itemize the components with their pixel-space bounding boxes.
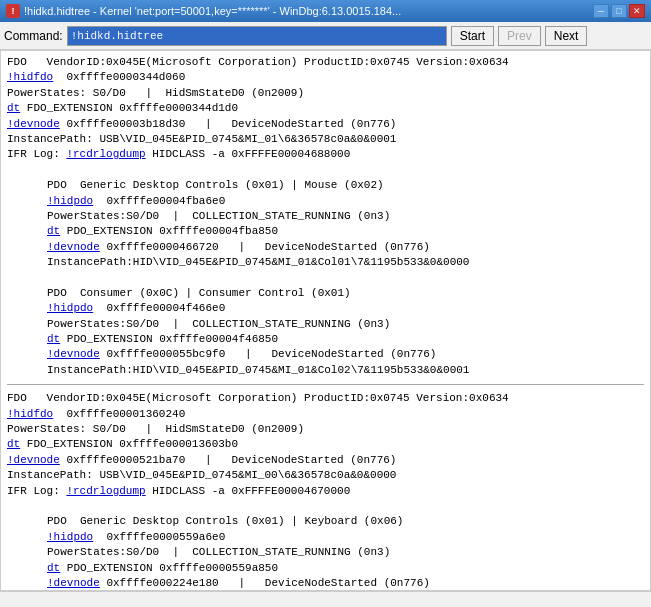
hidfdo-line-2: !hidfdo 0xffffe00001360240 [7, 407, 644, 422]
hidfdo-line-1: !hidfdo 0xffffe0000344d060 [7, 70, 644, 85]
dt-fdo-line-2: dt FDO_EXTENSION 0xffffe000013603b0 [7, 437, 644, 452]
fdo-line-1: FDO VendorID:0x045E(Microsoft Corporatio… [7, 55, 644, 70]
window-title: !hidkd.hidtree - Kernel 'net:port=50001,… [24, 5, 401, 17]
pdo-desc-3: PDO Generic Desktop Controls (0x01) | Ke… [47, 514, 644, 529]
dt-fdo-addr-2: FDO_EXTENSION 0xffffe000013603b0 [20, 438, 238, 450]
instancepath-line-1: InstancePath: USB\VID_045E&PID_0745&MI_0… [7, 132, 644, 147]
hidpdo-line-1: !hidpdo 0xffffe00004fba6e0 [47, 194, 644, 209]
status-bar [0, 591, 651, 607]
pdo-powerstates-1: PowerStates:S0/D0 | COLLECTION_STATE_RUN… [47, 209, 644, 224]
powerstates-line-1: PowerStates: S0/D0 | HidSmStateD0 (0n200… [7, 86, 644, 101]
pdo-desc-2: PDO Consumer (0x0C) | Consumer Control (… [47, 286, 644, 301]
devnode-link-2[interactable]: !devnode [7, 454, 60, 466]
rcdrlogdump-link-2[interactable]: !rcdrlogdump [66, 485, 145, 497]
dt-pdo-link-1[interactable]: dt [47, 225, 60, 237]
hidpdo-addr-1: 0xffffe00004fba6e0 [93, 195, 225, 207]
pdo-powerstates-2: PowerStates:S0/D0 | COLLECTION_STATE_RUN… [47, 317, 644, 332]
hidpdo-line-2: !hidpdo 0xffffe00004f466e0 [47, 301, 644, 316]
devnode-line-2: !devnode 0xffffe0000521ba70 | DeviceNode… [7, 453, 644, 468]
hidpdo-line-3: !hidpdo 0xffffe0000559a6e0 [47, 530, 644, 545]
pdo-devnode-line-2: !devnode 0xffffe000055bc9f0 | DeviceNode… [47, 347, 644, 362]
pdo-devnode-addr-3: 0xffffe000224e180 | DeviceNodeStarted (0… [100, 577, 430, 589]
powerstates-line-2: PowerStates: S0/D0 | HidSmStateD0 (0n200… [7, 422, 644, 437]
pdo-devnode-line-1: !devnode 0xffffe0000466720 | DeviceNodeS… [47, 240, 644, 255]
hidfdo-addr-1: 0xffffe0000344d060 [53, 71, 185, 83]
devnode-addr-2: 0xffffe0000521ba70 | DeviceNodeStarted (… [60, 454, 397, 466]
dt-pdo-line-1: dt PDO_EXTENSION 0xffffe00004fba850 [47, 224, 644, 239]
next-button[interactable]: Next [545, 26, 588, 46]
instancepath-line-2: InstancePath: USB\VID_045E&PID_0745&MI_0… [7, 468, 644, 483]
app-icon: ! [6, 4, 20, 18]
pdo-instancepath-2: InstancePath:HID\VID_045E&PID_0745&MI_01… [47, 363, 644, 378]
ifrlog-line-2: IFR Log: !rcdrlogdump HIDCLASS -a 0xFFFF… [7, 484, 644, 499]
output-area[interactable]: FDO VendorID:0x045E(Microsoft Corporatio… [0, 50, 651, 591]
dt-pdo-line-3: dt PDO_EXTENSION 0xffffe0000559a850 [47, 561, 644, 576]
hidpdo-link-3[interactable]: !hidpdo [47, 531, 93, 543]
devnode-line-1: !devnode 0xffffe00003b18d30 | DeviceNode… [7, 117, 644, 132]
dt-fdo-link-2[interactable]: dt [7, 438, 20, 450]
dt-fdo-line-1: dt FDO_EXTENSION 0xffffe0000344d1d0 [7, 101, 644, 116]
block-separator [7, 384, 644, 385]
close-button[interactable]: ✕ [629, 4, 645, 18]
ifrlog-text-1: HIDCLASS -a 0xFFFFE00004688000 [146, 148, 351, 160]
ifrlog-line-1: IFR Log: !rcdrlogdump HIDCLASS -a 0xFFFF… [7, 147, 644, 162]
devnode-link-1[interactable]: !devnode [7, 118, 60, 130]
pdo-block-2: PDO Consumer (0x0C) | Consumer Control (… [7, 286, 644, 378]
pdo-devnode-link-3[interactable]: !devnode [47, 577, 100, 589]
pdo-devnode-link-2[interactable]: !devnode [47, 348, 100, 360]
hidpdo-link-1[interactable]: !hidpdo [47, 195, 93, 207]
devnode-addr-1: 0xffffe00003b18d30 | DeviceNodeStarted (… [60, 118, 397, 130]
hidfdo-addr-2: 0xffffe00001360240 [53, 408, 185, 420]
rcdrlogdump-link-1[interactable]: !rcdrlogdump [66, 148, 145, 160]
hidfdo-link-1[interactable]: !hidfdo [7, 71, 53, 83]
command-label: Command: [4, 29, 63, 43]
hidfdo-link-2[interactable]: !hidfdo [7, 408, 53, 420]
fdo-block-2: FDO VendorID:0x045E(Microsoft Corporatio… [7, 391, 644, 591]
dt-pdo-addr-3: PDO_EXTENSION 0xffffe0000559a850 [60, 562, 278, 574]
prev-button[interactable]: Prev [498, 26, 541, 46]
dt-fdo-addr-1: FDO_EXTENSION 0xffffe0000344d1d0 [20, 102, 238, 114]
pdo-devnode-line-3: !devnode 0xffffe000224e180 | DeviceNodeS… [47, 576, 644, 591]
pdo-powerstates-3: PowerStates:S0/D0 | COLLECTION_STATE_RUN… [47, 545, 644, 560]
hidpdo-link-2[interactable]: !hidpdo [47, 302, 93, 314]
maximize-button[interactable]: □ [611, 4, 627, 18]
fdo-block-1: FDO VendorID:0x045E(Microsoft Corporatio… [7, 55, 644, 378]
fdo-line-2: FDO VendorID:0x045E(Microsoft Corporatio… [7, 391, 644, 406]
pdo-desc-1: PDO Generic Desktop Controls (0x01) | Mo… [47, 178, 644, 193]
dt-fdo-link-1[interactable]: dt [7, 102, 20, 114]
fdo-label-1: FDO VendorID:0x045E(Microsoft Corporatio… [7, 56, 509, 68]
dt-pdo-addr-1: PDO_EXTENSION 0xffffe00004fba850 [60, 225, 278, 237]
hidpdo-addr-2: 0xffffe00004f466e0 [93, 302, 225, 314]
command-input[interactable] [67, 26, 447, 46]
toolbar: Command: Start Prev Next [0, 22, 651, 50]
ifrlog-text-2: HIDCLASS -a 0xFFFFE00004670000 [146, 485, 351, 497]
dt-pdo-addr-2: PDO_EXTENSION 0xffffe00004f46850 [60, 333, 278, 345]
pdo-devnode-addr-1: 0xffffe0000466720 | DeviceNodeStarted (0… [100, 241, 430, 253]
start-button[interactable]: Start [451, 26, 494, 46]
pdo-devnode-link-1[interactable]: !devnode [47, 241, 100, 253]
pdo-block-1: PDO Generic Desktop Controls (0x01) | Mo… [7, 178, 644, 270]
status-text [4, 594, 11, 606]
pdo-instancepath-1: InstancePath:HID\VID_045E&PID_0745&MI_01… [47, 255, 644, 270]
window-controls: ─ □ ✕ [593, 4, 645, 18]
hidpdo-addr-3: 0xffffe0000559a6e0 [93, 531, 225, 543]
pdo-block-3: PDO Generic Desktop Controls (0x01) | Ke… [7, 514, 644, 591]
minimize-button[interactable]: ─ [593, 4, 609, 18]
title-bar: ! !hidkd.hidtree - Kernel 'net:port=5000… [0, 0, 651, 22]
dt-pdo-line-2: dt PDO_EXTENSION 0xffffe00004f46850 [47, 332, 644, 347]
dt-pdo-link-2[interactable]: dt [47, 333, 60, 345]
dt-pdo-link-3[interactable]: dt [47, 562, 60, 574]
pdo-devnode-addr-2: 0xffffe000055bc9f0 | DeviceNodeStarted (… [100, 348, 437, 360]
